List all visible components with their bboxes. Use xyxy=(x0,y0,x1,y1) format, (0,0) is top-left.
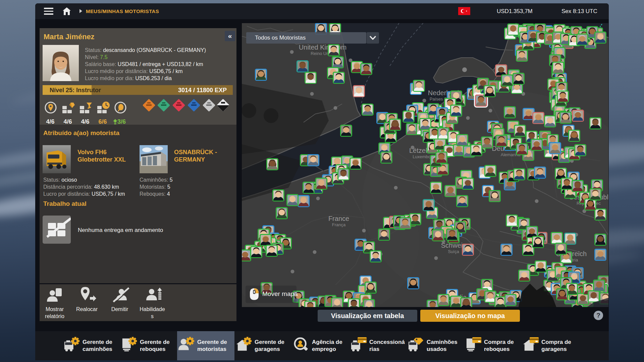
svg-text:France: France xyxy=(328,215,349,222)
svg-text:Suíça: Suíça xyxy=(448,249,459,254)
svg-text:França: França xyxy=(332,222,346,227)
